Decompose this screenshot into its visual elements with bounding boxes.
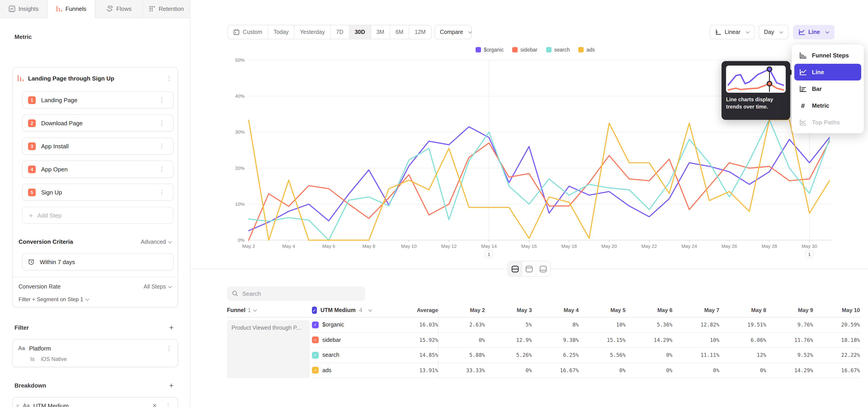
calendar-icon (233, 29, 240, 35)
filter-heading: Filter (14, 324, 29, 331)
range-12m[interactable]: 12M (409, 25, 431, 39)
scale-button[interactable]: Linear (710, 25, 755, 39)
filter-value[interactable]: iOS Native (41, 356, 67, 362)
table-row[interactable]: ✓$organic16.03%2.63%5%8%10%5.36%12.82%19… (312, 317, 861, 333)
funnel-step-row[interactable]: 3App Install⋮ (22, 137, 174, 155)
table-row[interactable]: ✓sidebar15.92%0%12.9%9.38%15.15%14.29%10… (312, 333, 861, 348)
column-header[interactable]: May 3 (485, 307, 532, 313)
range-30d[interactable]: 30D (349, 25, 371, 39)
value-cell: 16.67% (532, 363, 579, 378)
step-kebab-icon[interactable]: ⋮ (156, 97, 168, 103)
step-number-badge: 3 (28, 142, 36, 150)
conversion-window[interactable]: Within 7 days (22, 253, 174, 271)
tab-flows[interactable]: Flows (95, 0, 143, 18)
range-custom[interactable]: Custom (228, 25, 268, 39)
tooltip-text: Line charts display trends over time. (726, 96, 787, 111)
advanced-dropdown[interactable]: Advanced (141, 239, 172, 245)
range-7d[interactable]: 7D (331, 25, 349, 39)
svg-text:May 28: May 28 (762, 244, 777, 249)
view-split-button[interactable] (508, 261, 522, 276)
row-checkbox[interactable]: ✓ (312, 337, 319, 343)
step-kebab-icon[interactable]: ⋮ (156, 166, 168, 172)
add-breakdown-button[interactable]: + (169, 382, 174, 389)
add-filter-button[interactable]: + (169, 324, 174, 332)
tab-funnels[interactable]: Funnels (48, 0, 95, 18)
add-step-button[interactable]: +Add Step (22, 207, 174, 224)
tab-retention[interactable]: Retention (143, 0, 191, 18)
step-kebab-icon[interactable]: ⋮ (156, 189, 168, 195)
remove-breakdown-icon[interactable]: ✕ (151, 403, 159, 407)
funnel-step-row[interactable]: 2Download Page⋮ (22, 115, 174, 132)
select-all-checkbox[interactable]: ✓ (312, 307, 317, 314)
chart-type-menu: Funnel Steps Line Bar # Metric Top Paths (792, 44, 864, 133)
menu-item-line[interactable]: Line (794, 64, 861, 81)
funnel-steps-icon (799, 52, 807, 59)
query-sidebar: Metric Landing Page through Sign Up ⋮ 1L… (0, 18, 190, 407)
svg-text:May 22: May 22 (642, 244, 657, 249)
funnel-step-row[interactable]: 4App Open⋮ (22, 160, 174, 178)
metric-kebab-icon[interactable]: ⋮ (163, 75, 175, 82)
column-header[interactable]: Average (371, 307, 438, 313)
chart-type-button[interactable]: Line (793, 25, 834, 39)
drag-handle-icon[interactable]: ≡ (16, 403, 19, 407)
menu-item-bar[interactable]: Bar (794, 81, 861, 97)
column-header[interactable]: May 4 (532, 307, 579, 313)
svg-text:May 4: May 4 (282, 244, 296, 249)
menu-item-funnel-steps[interactable]: Funnel Steps (794, 47, 861, 64)
step-label: App Install (41, 143, 151, 150)
metric-title: Landing Page through Sign Up (28, 75, 159, 82)
column-header[interactable]: May 6 (626, 307, 673, 313)
table-row[interactable]: ✓ads13.91%33.33%0%16.67%0%0%0%0%14.29%16… (312, 363, 861, 378)
funnel-step-row[interactable]: 5Sign Up⋮ (22, 184, 174, 201)
breakdown-kebab-icon[interactable]: ⋮ (162, 403, 174, 407)
series-name: $organic (322, 322, 371, 328)
breakdown-column-header[interactable]: ✓ UTM Medium 4 (312, 307, 371, 314)
svg-text:May 18: May 18 (561, 244, 577, 249)
column-header[interactable]: May 5 (579, 307, 625, 313)
menu-item-top-paths[interactable]: Top Paths (794, 114, 861, 131)
row-checkbox[interactable]: ✓ (312, 367, 319, 374)
filter-property[interactable]: Platform (29, 345, 159, 352)
interval-button[interactable]: Day (758, 25, 788, 39)
chart-legend: $organicsidebarsearchads (475, 47, 595, 53)
row-checkbox[interactable]: ✓ (312, 352, 319, 358)
filter-kebab-icon[interactable]: ⋮ (163, 345, 175, 351)
value-cell: 15.15% (579, 333, 625, 347)
metric-hash-icon: # (799, 102, 807, 109)
column-header[interactable]: May 7 (673, 307, 719, 313)
legend-item[interactable]: $organic (475, 47, 504, 53)
view-chart-button[interactable] (522, 261, 536, 276)
range-yesterday[interactable]: Yesterday (294, 25, 331, 39)
conversion-criteria-label: Conversion Criteria (19, 238, 141, 245)
legend-item[interactable]: ads (579, 47, 595, 53)
funnel-name-cell[interactable]: Product Viewed through P... (227, 320, 310, 378)
compare-button[interactable]: Compare (434, 25, 471, 39)
breakdown-property[interactable]: UTM Medium (33, 402, 147, 407)
tab-insights[interactable]: Insights (0, 0, 48, 18)
column-header[interactable]: May 10 (813, 307, 860, 313)
all-steps-dropdown[interactable]: All Steps (144, 284, 172, 290)
column-header[interactable]: May 2 (438, 304, 485, 317)
value-cell: 6.25% (532, 348, 579, 363)
step-kebab-icon[interactable]: ⋮ (156, 120, 168, 126)
search-input[interactable] (242, 290, 351, 297)
legend-item[interactable]: search (546, 47, 570, 53)
funnel-column-header[interactable]: Funnel 1 (227, 307, 312, 313)
filter-segment-dropdown[interactable]: Filter + Segment on Step 1 (19, 296, 89, 303)
tooltip-preview-chart (726, 66, 786, 93)
range-3m[interactable]: 3M (371, 25, 390, 39)
range-today[interactable]: Today (268, 25, 294, 39)
column-header[interactable]: May 8 (719, 307, 766, 313)
row-checkbox[interactable]: ✓ (312, 321, 319, 328)
legend-item[interactable]: sidebar (512, 47, 537, 53)
chevron-down-icon (779, 30, 783, 33)
filter-operator[interactable]: Is (30, 356, 35, 362)
range-6m[interactable]: 6M (390, 25, 409, 39)
menu-item-metric[interactable]: # Metric (794, 97, 861, 114)
step-kebab-icon[interactable]: ⋮ (156, 143, 168, 149)
column-header[interactable]: May 9 (766, 307, 813, 313)
view-table-button[interactable] (536, 261, 550, 276)
table-row[interactable]: ✓search14.85%5.88%5.26%6.25%5.56%0%11.11… (312, 348, 861, 363)
value-cell: 9.76% (766, 317, 813, 332)
funnel-step-row[interactable]: 1Landing Page⋮ (22, 91, 174, 108)
